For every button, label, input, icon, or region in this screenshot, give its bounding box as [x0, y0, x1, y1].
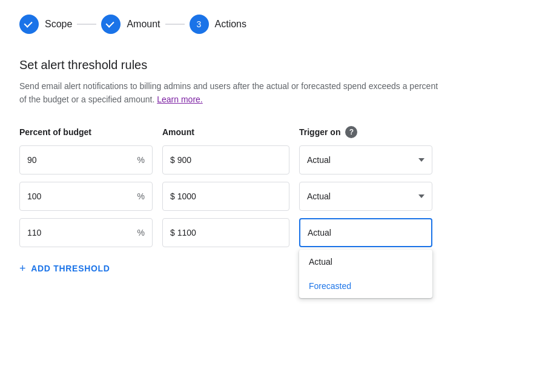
- dropdown-option-actual[interactable]: Actual: [299, 250, 432, 274]
- threshold-row-3: 110 % $ 1100 Actual Actual Forecasted: [19, 218, 526, 247]
- chevron-down-icon-2: [418, 194, 424, 198]
- amount-value-1: $ 900: [170, 155, 191, 165]
- dropdown-menu-3: Actual Forecasted: [299, 250, 432, 298]
- step-amount-label: Amount: [127, 19, 160, 30]
- amount-value-3: $ 1100: [170, 228, 196, 238]
- header-amount: Amount: [162, 127, 289, 137]
- amount-input-3[interactable]: $ 1100: [162, 218, 289, 247]
- dropdown-option-forecasted[interactable]: Forecasted: [299, 274, 432, 298]
- trigger-dropdown-wrapper-3: Actual Actual Forecasted: [299, 218, 432, 247]
- percent-value-1: 90: [27, 155, 37, 165]
- trigger-value-2: Actual: [307, 191, 331, 201]
- header-percent: Percent of budget: [19, 127, 153, 137]
- percent-value-3: 110: [27, 228, 41, 238]
- step-scope-circle: [19, 15, 39, 34]
- header-trigger: Trigger on ?: [299, 126, 357, 138]
- trigger-select-2[interactable]: Actual: [299, 182, 432, 211]
- amount-input-2[interactable]: $ 1000: [162, 182, 289, 211]
- add-threshold-label: ADD THRESHOLD: [31, 264, 110, 273]
- percent-symbol-3: %: [137, 228, 145, 238]
- step-actions-label: Actions: [215, 19, 246, 30]
- page-container: Scope Amount 3 Actions Set alert thresho…: [0, 0, 545, 297]
- step-actions: 3 Actions: [190, 15, 246, 34]
- description-text: Send email alert notifications to billin…: [19, 81, 438, 104]
- trigger-select-1[interactable]: Actual: [299, 145, 432, 174]
- percent-symbol-2: %: [137, 191, 145, 201]
- chevron-down-icon-1: [418, 158, 424, 162]
- percent-input-3[interactable]: 110 %: [19, 218, 153, 247]
- threshold-row-2: 100 % $ 1000 Actual: [19, 182, 526, 211]
- section-title: Set alert threshold rules: [19, 58, 526, 72]
- add-threshold-button[interactable]: + ADD THRESHOLD: [19, 254, 110, 282]
- step-scope-label: Scope: [45, 19, 72, 30]
- stepper: Scope Amount 3 Actions: [19, 15, 526, 34]
- section-description: Send email alert notifications to billin…: [19, 79, 443, 107]
- learn-more-link[interactable]: Learn more.: [157, 95, 202, 104]
- step-amount: Amount: [101, 15, 160, 34]
- percent-input-2[interactable]: 100 %: [19, 182, 153, 211]
- percent-input-1[interactable]: 90 %: [19, 145, 153, 174]
- step-amount-circle: [101, 15, 121, 34]
- amount-value-2: $ 1000: [170, 191, 196, 201]
- step-divider-2: [165, 24, 185, 25]
- trigger-value-3: Actual: [308, 228, 331, 238]
- percent-value-2: 100: [27, 191, 41, 201]
- trigger-select-3[interactable]: Actual: [299, 218, 432, 247]
- help-icon[interactable]: ?: [345, 126, 357, 138]
- plus-icon: +: [19, 263, 26, 274]
- threshold-headers: Percent of budget Amount Trigger on ?: [19, 126, 526, 138]
- amount-input-1[interactable]: $ 900: [162, 145, 289, 174]
- step-actions-circle: 3: [190, 15, 209, 34]
- step-scope: Scope: [19, 15, 72, 34]
- threshold-row-1: 90 % $ 900 Actual: [19, 145, 526, 174]
- header-trigger-label: Trigger on: [299, 127, 340, 137]
- trigger-value-1: Actual: [307, 155, 331, 165]
- step-divider-1: [77, 24, 96, 25]
- percent-symbol-1: %: [137, 155, 145, 165]
